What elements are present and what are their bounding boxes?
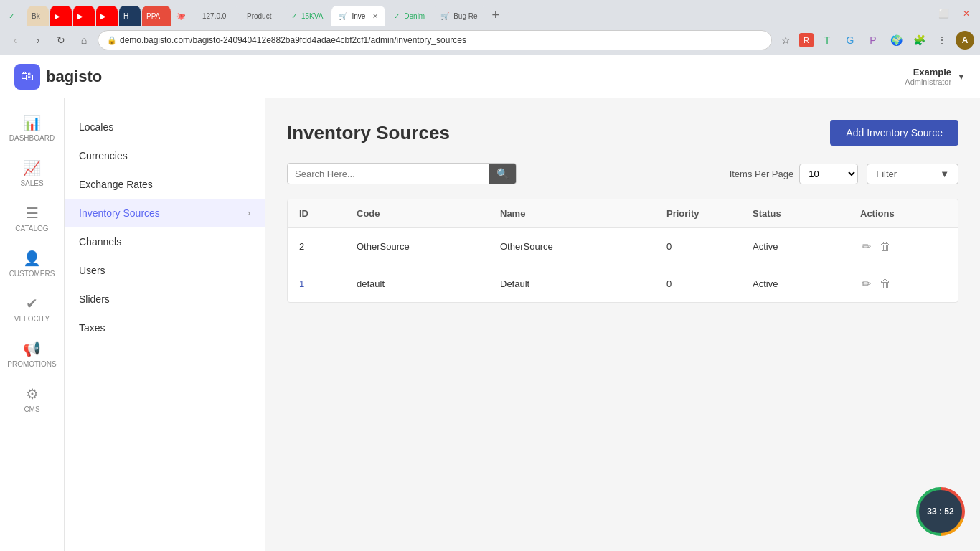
sidebar-item-inventory-sources[interactable]: Inventory Sources › bbox=[65, 199, 265, 227]
items-per-page-control: Items Per Page 10 25 50 100 bbox=[730, 164, 859, 184]
sidebar-item-sliders[interactable]: Sliders bbox=[65, 285, 265, 314]
browser-tab-yt2[interactable]: ▶ bbox=[73, 6, 95, 26]
sidebar-label-sales: SALES bbox=[20, 179, 43, 187]
new-tab-button[interactable]: + bbox=[486, 5, 506, 26]
cell-code-1: OtherSource bbox=[357, 241, 500, 252]
sales-icon: 📈 bbox=[23, 159, 41, 176]
table-row: 1 default Default 0 Active ✏ bbox=[288, 265, 958, 302]
filter-label: Filter bbox=[876, 169, 897, 179]
sidebar-item-sales[interactable]: 📈 SALES bbox=[0, 151, 64, 196]
profile-avatar[interactable]: A bbox=[956, 31, 974, 50]
ext4-button[interactable]: P bbox=[864, 31, 882, 50]
ext5-button[interactable]: 🌍 bbox=[887, 31, 905, 50]
sidebar-item-currencies[interactable]: Currencies bbox=[65, 141, 265, 170]
app-header-right: Example Administrator ▼ bbox=[905, 67, 966, 86]
ext1-button[interactable]: R bbox=[799, 33, 814, 47]
close-button[interactable]: ✕ bbox=[957, 4, 976, 23]
sidebar-item-dashboard[interactable]: 📊 DASHBOARD bbox=[0, 105, 64, 151]
browser-tab-h[interactable]: H bbox=[119, 6, 141, 26]
maximize-button[interactable]: ⬜ bbox=[934, 4, 953, 23]
page-title: Inventory Sources bbox=[287, 122, 450, 144]
col-header-actions: Actions bbox=[860, 208, 946, 219]
cell-actions-2: ✏ 🗑 bbox=[860, 276, 946, 292]
browser-tab-1[interactable]: ✓ bbox=[4, 6, 26, 26]
user-info: Example Administrator bbox=[905, 67, 951, 86]
chevron-right-icon: › bbox=[248, 208, 250, 218]
data-table: ID Code Name Priority Status A bbox=[287, 199, 958, 303]
sidebar-item-customers[interactable]: 👤 CUSTOMERS bbox=[0, 241, 64, 286]
tab-close-inventory[interactable]: ✕ bbox=[372, 12, 378, 20]
delete-button-1[interactable]: 🗑 bbox=[878, 239, 892, 255]
filter-dropdown[interactable]: Filter ▼ bbox=[867, 164, 958, 184]
browser-tab-2[interactable]: Bk bbox=[27, 6, 49, 26]
catalog-icon: ☰ bbox=[26, 204, 39, 222]
reload-button[interactable]: ↻ bbox=[52, 31, 70, 50]
sidebar-item-exchange-rates[interactable]: Exchange Rates bbox=[65, 170, 265, 199]
search-input[interactable] bbox=[295, 169, 481, 179]
sidebar-item-cms[interactable]: ⚙ CMS bbox=[0, 377, 64, 422]
add-inventory-source-button[interactable]: Add Inventory Source bbox=[830, 120, 958, 146]
sidebar-item-promotions[interactable]: 📢 PROMOTIONS bbox=[0, 331, 64, 377]
minimize-button[interactable]: — bbox=[911, 4, 930, 23]
items-per-page-select[interactable]: 10 25 50 100 bbox=[799, 164, 858, 184]
col-header-code: Code bbox=[357, 208, 500, 219]
search-icon: 🔍 bbox=[496, 168, 509, 179]
browser-tab-ppa[interactable]: PPA bbox=[142, 6, 171, 26]
col-header-priority: Priority bbox=[666, 208, 753, 219]
browser-tab-inventory[interactable]: 🛒 Inve ✕ bbox=[331, 6, 385, 26]
timer-widget: 33 : 52 bbox=[915, 486, 966, 537]
sidebar-label-catalog: CATALOG bbox=[15, 225, 48, 232]
ext2-button[interactable]: T bbox=[818, 31, 837, 50]
sidebar-item-channels[interactable]: Channels bbox=[65, 227, 265, 256]
table-row: 2 OtherSource OtherSource 0 Active bbox=[288, 228, 958, 265]
dashboard-icon: 📊 bbox=[23, 114, 41, 131]
sidebar-item-velocity[interactable]: ✔ VELOCITY bbox=[0, 286, 64, 331]
settings-button[interactable]: ⋮ bbox=[933, 31, 951, 50]
col-header-id: ID bbox=[299, 208, 357, 219]
locales-label: Locales bbox=[79, 121, 113, 133]
cell-status-1: Active bbox=[753, 241, 860, 252]
browser-tab-15kva[interactable]: ✓ 15KVA bbox=[284, 6, 330, 26]
edit-button-1[interactable]: ✏ bbox=[860, 238, 872, 255]
edit-button-2[interactable]: ✏ bbox=[860, 276, 872, 292]
user-dropdown-arrow[interactable]: ▼ bbox=[957, 72, 966, 82]
cell-priority-1: 0 bbox=[666, 241, 753, 252]
browser-tab-yt1[interactable]: ▶ bbox=[50, 6, 72, 26]
sidebar-item-catalog[interactable]: ☰ CATALOG bbox=[0, 196, 64, 241]
address-bar[interactable]: 🔒 demo.bagisto.com/bagisto-240940412e882… bbox=[98, 30, 772, 50]
filter-dropdown-arrow: ▼ bbox=[940, 169, 949, 179]
row-id-link-2[interactable]: 1 bbox=[299, 278, 304, 289]
sidebar-item-locales[interactable]: Locales bbox=[65, 113, 265, 141]
extensions-button[interactable]: 🧩 bbox=[910, 31, 928, 50]
home-button[interactable]: ⌂ bbox=[75, 31, 93, 50]
sidebar-label-velocity: VELOCITY bbox=[14, 315, 50, 323]
browser-tab-127[interactable]: 127.0.0 bbox=[195, 6, 238, 26]
col-header-name: Name bbox=[500, 208, 666, 219]
users-label: Users bbox=[79, 265, 105, 276]
ext3-button[interactable]: G bbox=[841, 31, 859, 50]
forward-button[interactable]: › bbox=[29, 31, 47, 50]
delete-button-2[interactable]: 🗑 bbox=[878, 276, 892, 292]
items-per-page-label: Items Per Page bbox=[730, 169, 794, 179]
browser-tab-yt3[interactable]: ▶ bbox=[96, 6, 118, 26]
user-role: Administrator bbox=[905, 77, 951, 86]
main-content: 📊 DASHBOARD 📈 SALES ☰ CATALOG 👤 CUSTOMER… bbox=[0, 98, 980, 551]
bookmark-button[interactable]: ☆ bbox=[776, 31, 795, 50]
timer-display: 33 : 52 bbox=[927, 507, 953, 517]
browser-tab-bug[interactable]: 🛒 Bug Re bbox=[433, 6, 484, 26]
browser-tab-denim[interactable]: ✓ Denim bbox=[387, 6, 432, 26]
back-button[interactable]: ‹ bbox=[6, 31, 24, 50]
sidebar-item-taxes[interactable]: Taxes bbox=[65, 314, 265, 342]
browser-tab-product[interactable]: Product bbox=[240, 6, 283, 26]
browser-toolbar: ‹ › ↻ ⌂ 🔒 demo.bagisto.com/bagisto-24094… bbox=[0, 26, 980, 55]
velocity-icon: ✔ bbox=[26, 295, 38, 312]
sidebar-label-dashboard: DASHBOARD bbox=[9, 134, 55, 142]
search-box: 🔍 bbox=[287, 163, 517, 184]
channels-label: Channels bbox=[79, 236, 121, 248]
cell-name-1: OtherSource bbox=[500, 241, 666, 252]
sliders-label: Sliders bbox=[79, 293, 110, 305]
sidebar-item-users[interactable]: Users bbox=[65, 256, 265, 285]
table-header: ID Code Name Priority Status A bbox=[288, 199, 958, 228]
search-button[interactable]: 🔍 bbox=[489, 164, 516, 184]
browser-tab-gh[interactable]: 🐙 bbox=[172, 6, 194, 26]
